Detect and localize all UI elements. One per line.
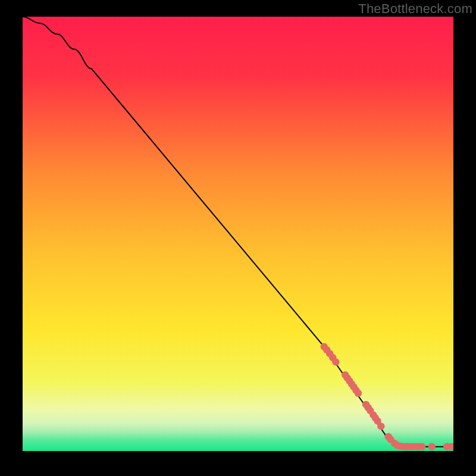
chart-svg xyxy=(23,17,453,451)
chart-container: TheBottleneck.com xyxy=(0,0,476,476)
scatter-dot xyxy=(355,390,362,397)
gradient-background xyxy=(23,17,453,451)
scatter-dot xyxy=(418,443,425,450)
watermark-text: TheBottleneck.com xyxy=(358,1,472,17)
plot-area xyxy=(23,17,453,451)
scatter-dot xyxy=(428,443,436,450)
scatter-dot xyxy=(377,422,384,430)
scatter-dot xyxy=(332,358,339,365)
